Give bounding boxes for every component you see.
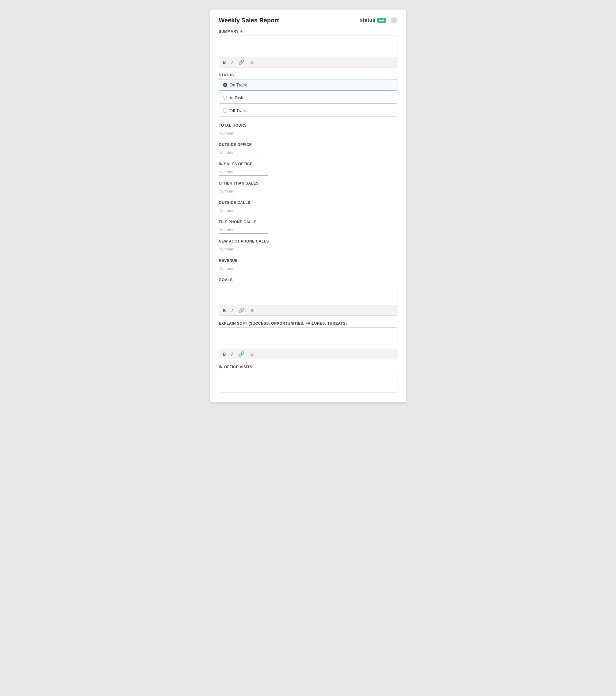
in-office-visits-rich-text-wrapper	[219, 371, 397, 393]
status-on-track-option[interactable]: On Track	[219, 79, 397, 91]
revenue-field-wrapper	[219, 265, 397, 272]
explain-soft-label: EXPLAIN SOFT (SUCCESS, OPPORTUNITIES, FA…	[219, 321, 397, 326]
other-than-sales-field-wrapper	[219, 187, 397, 195]
summary-toolbar: B I 🔗 ☺	[219, 57, 397, 67]
goals-bold-button[interactable]: B	[222, 307, 227, 314]
explain-soft-toolbar: B I 🔗 ☺	[219, 349, 397, 359]
in-sales-office-field-wrapper	[219, 168, 397, 176]
status-section: STATUS On Track At Risk Off Track	[219, 73, 397, 118]
summary-section: SUMMARY★ B I 🔗 ☺	[219, 29, 397, 67]
in-sales-office-label: IN SALES OFFICE	[219, 162, 397, 166]
status-at-risk-radio[interactable]	[223, 96, 227, 100]
goals-section: GOALS B I 🔗 ☺	[219, 278, 397, 316]
total-hours-section: TOTAL HOURS	[219, 123, 397, 137]
goals-emoji-button[interactable]: ☺	[249, 307, 256, 314]
summary-emoji-button[interactable]: ☺	[249, 59, 256, 65]
new-acct-phone-calls-field-wrapper	[219, 245, 397, 253]
goals-label: GOALS	[219, 278, 397, 282]
file-phone-calls-field-wrapper	[219, 226, 397, 234]
outside-calls-label: OUTSIDE CALLS	[219, 201, 397, 205]
explain-soft-rich-text-wrapper: B I 🔗 ☺	[219, 328, 397, 359]
total-hours-input[interactable]	[219, 129, 268, 137]
close-button[interactable]: ×	[391, 17, 397, 23]
goals-italic-button[interactable]: I	[230, 307, 234, 314]
outside-calls-input[interactable]	[219, 207, 268, 214]
modal-header: Weekly Sales Report status net ×	[219, 17, 397, 24]
summary-label: SUMMARY★	[219, 29, 397, 34]
file-phone-calls-label: FILE PHONE CALLS	[219, 220, 397, 224]
explain-soft-bold-button[interactable]: B	[222, 351, 227, 357]
summary-rich-text-wrapper: B I 🔗 ☺	[219, 35, 397, 67]
goals-rich-text-wrapper: B I 🔗 ☺	[219, 284, 397, 316]
goals-textarea[interactable]	[219, 284, 397, 304]
revenue-label: REVENUE	[219, 258, 397, 263]
explain-soft-link-button[interactable]: 🔗	[237, 350, 246, 358]
new-acct-phone-calls-section: NEW ACCT PHONE CALLS	[219, 239, 397, 253]
status-at-risk-option[interactable]: At Risk	[219, 92, 397, 104]
new-acct-phone-calls-label: NEW ACCT PHONE CALLS	[219, 239, 397, 243]
status-label: status	[360, 17, 375, 23]
outside-office-label: OUTSIDE OFFICE	[219, 143, 397, 147]
in-office-visits-textarea[interactable]	[219, 371, 397, 391]
explain-soft-section: EXPLAIN SOFT (SUCCESS, OPPORTUNITIES, FA…	[219, 321, 397, 359]
status-at-risk-label: At Risk	[230, 95, 243, 100]
status-badge-container: status net ×	[360, 17, 397, 23]
goals-toolbar: B I 🔗 ☺	[219, 305, 397, 316]
status-off-track-option[interactable]: Off Track	[219, 105, 397, 116]
status-on-track-radio[interactable]	[223, 83, 227, 87]
outside-calls-section: OUTSIDE CALLS	[219, 201, 397, 214]
other-than-sales-input[interactable]	[219, 187, 268, 195]
outside-office-field-wrapper	[219, 149, 397, 156]
status-off-track-radio[interactable]	[223, 109, 227, 113]
other-than-sales-label: OTHER THAN SALES	[219, 181, 397, 186]
explain-soft-emoji-button[interactable]: ☺	[249, 351, 256, 357]
summary-textarea[interactable]	[219, 36, 397, 56]
status-on-track-label: On Track	[230, 82, 247, 88]
total-hours-field-wrapper	[219, 129, 397, 137]
explain-soft-italic-button[interactable]: I	[230, 351, 234, 357]
outside-office-input[interactable]	[219, 149, 268, 156]
in-office-visits-label: IN-OFFICE VISITS:	[219, 365, 397, 369]
modal-title-group: Weekly Sales Report	[219, 17, 279, 24]
outside-office-section: OUTSIDE OFFICE	[219, 143, 397, 156]
new-acct-phone-calls-input[interactable]	[219, 245, 268, 253]
outside-calls-field-wrapper	[219, 207, 397, 214]
summary-link-button[interactable]: 🔗	[237, 59, 246, 66]
status-off-track-label: Off Track	[230, 108, 247, 113]
file-phone-calls-input[interactable]	[219, 226, 268, 234]
summary-italic-button[interactable]: I	[230, 59, 234, 65]
status-radio-group: On Track At Risk Off Track	[219, 79, 397, 118]
revenue-section: REVENUE	[219, 258, 397, 272]
status-net-badge: net	[377, 18, 386, 23]
weekly-sales-report-modal: Weekly Sales Report status net × SUMMARY…	[210, 9, 406, 402]
required-star: ★	[240, 29, 243, 34]
status-label: STATUS	[219, 73, 397, 77]
total-hours-label: TOTAL HOURS	[219, 123, 397, 128]
explain-soft-textarea[interactable]	[219, 328, 397, 347]
file-phone-calls-section: FILE PHONE CALLS	[219, 220, 397, 234]
in-sales-office-input[interactable]	[219, 168, 268, 176]
other-than-sales-section: OTHER THAN SALES	[219, 181, 397, 195]
in-sales-office-section: IN SALES OFFICE	[219, 162, 397, 176]
goals-link-button[interactable]: 🔗	[237, 307, 246, 314]
modal-title: Weekly Sales Report	[219, 17, 279, 24]
in-office-visits-section: IN-OFFICE VISITS:	[219, 365, 397, 393]
summary-bold-button[interactable]: B	[222, 59, 227, 65]
revenue-input[interactable]	[219, 265, 268, 272]
